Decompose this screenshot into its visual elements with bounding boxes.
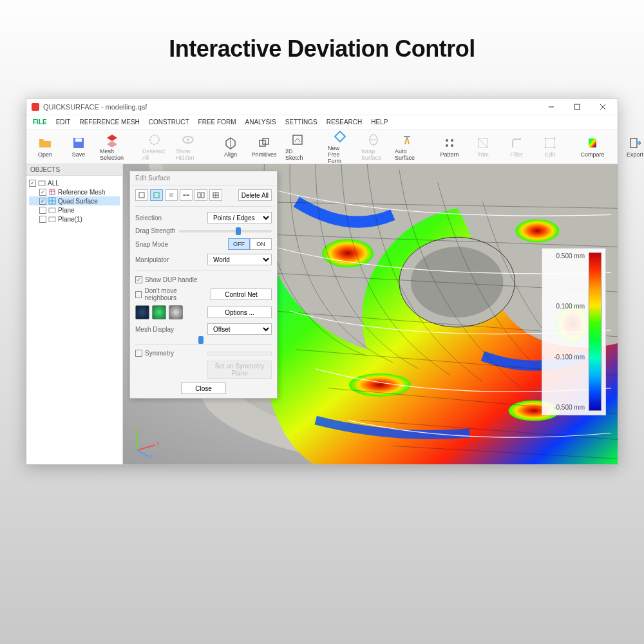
display-zebra-icon[interactable] bbox=[169, 305, 183, 319]
menu-construct[interactable]: CONSTRUCT bbox=[149, 118, 189, 126]
tree-item-plane[interactable]: Plane bbox=[29, 205, 120, 214]
tool-compare[interactable]: Compare bbox=[578, 131, 607, 162]
menu-reference-mesh[interactable]: REFERENCE MESH bbox=[79, 118, 139, 126]
tool-label: New Free Form bbox=[328, 145, 352, 164]
tree-root[interactable]: ✓ ALL bbox=[29, 178, 120, 187]
tool-label: Save bbox=[72, 151, 86, 158]
display-deviation-icon[interactable] bbox=[152, 305, 166, 319]
legend-hi: 0.100 mm bbox=[556, 303, 585, 310]
tree-item-plane-1-[interactable]: Plane(1) bbox=[29, 214, 120, 223]
checkbox-icon[interactable]: ✓ bbox=[39, 189, 46, 196]
control-net-button[interactable]: Control Net bbox=[211, 289, 272, 300]
checkbox-icon[interactable]: ✓ bbox=[39, 198, 46, 205]
legend-max: 0.500 mm bbox=[556, 252, 585, 260]
mode-point-icon[interactable] bbox=[135, 189, 148, 201]
tool-align[interactable]: Align bbox=[216, 131, 245, 162]
tool-label: Export bbox=[627, 151, 643, 158]
symmetry-checkbox[interactable]: Symmetry bbox=[135, 350, 174, 357]
delete-all-button[interactable]: Delete All bbox=[238, 189, 272, 201]
svg-line-54 bbox=[137, 445, 155, 450]
tree-item-reference-mesh[interactable]: ✓Reference Mesh bbox=[29, 187, 120, 196]
symmetry-value bbox=[207, 352, 272, 355]
tool-save[interactable]: Save bbox=[64, 131, 93, 162]
plane-icon bbox=[48, 215, 56, 223]
menu-file[interactable]: FILE bbox=[33, 118, 47, 126]
menu-help[interactable]: HELP bbox=[371, 118, 388, 126]
tool-2d-sketch[interactable]: 2D Sketch bbox=[283, 131, 312, 162]
mode-face-icon[interactable] bbox=[165, 189, 178, 201]
edit-surface-panel[interactable]: Edit Surface Delete All bbox=[129, 171, 278, 399]
mode-loop-icon[interactable] bbox=[180, 189, 193, 201]
tool-export[interactable]: Export bbox=[620, 131, 644, 162]
tool-label: Trim bbox=[477, 151, 489, 158]
mode-edge-icon[interactable] bbox=[150, 189, 163, 201]
panel-title: Edit Surface bbox=[130, 171, 277, 185]
menu-edit[interactable]: EDIT bbox=[56, 118, 71, 126]
svg-rect-5 bbox=[75, 138, 82, 142]
tool-new-free-form[interactable]: New Free Form bbox=[325, 131, 355, 162]
edit-icon bbox=[543, 136, 557, 150]
tool-pattern[interactable]: Pattern bbox=[435, 131, 464, 162]
snap-mode-toggle[interactable]: OFF ON bbox=[228, 238, 272, 250]
menu-research[interactable]: RESEARCH bbox=[327, 118, 363, 126]
checkbox-icon[interactable] bbox=[39, 207, 46, 214]
menu-analysis[interactable]: ANALYSIS bbox=[245, 118, 276, 126]
selection-select[interactable]: Points / Edges bbox=[207, 212, 272, 223]
mesh-display-select[interactable]: Offset bbox=[207, 323, 272, 335]
svg-point-6 bbox=[150, 135, 159, 144]
legend-gradient-icon bbox=[589, 252, 601, 411]
svg-point-38 bbox=[515, 219, 559, 242]
viewport-3d[interactable]: Edit Surface Delete All bbox=[123, 164, 618, 464]
manipulator-select[interactable]: World bbox=[207, 254, 272, 265]
tool-trim: Trim bbox=[468, 131, 498, 162]
checkbox-icon[interactable]: ✓ bbox=[29, 180, 36, 187]
display-shaded-icon[interactable] bbox=[135, 305, 149, 319]
close-panel-button[interactable]: Close bbox=[181, 383, 226, 394]
set-symmetry-button: Set on Symmetry Plane bbox=[207, 361, 272, 379]
snap-off-button[interactable]: OFF bbox=[228, 238, 250, 250]
svg-point-25 bbox=[554, 146, 556, 148]
grid-icon bbox=[48, 197, 56, 205]
show-dup-checkbox[interactable]: ✓Show DUP handle bbox=[135, 276, 272, 283]
tool-mesh-selection[interactable]: Mesh Selection bbox=[97, 131, 127, 162]
drag-strength-slider[interactable] bbox=[179, 230, 272, 232]
svg-rect-12 bbox=[293, 135, 302, 144]
axis-gizmo[interactable]: y x z bbox=[129, 426, 162, 458]
mode-grid-icon[interactable] bbox=[209, 189, 222, 201]
close-button[interactable] bbox=[591, 100, 615, 114]
axis-z-label: z bbox=[150, 453, 153, 458]
svg-line-20 bbox=[478, 138, 488, 147]
tool-label: Fillet bbox=[510, 151, 522, 158]
deviation-legend: 0.500 mm 0.100 mm -0.100 mm -0.500 mm bbox=[542, 248, 606, 415]
checkbox-icon[interactable] bbox=[39, 216, 46, 223]
mesh-display-label: Mesh Display bbox=[135, 326, 174, 333]
menu-free-form[interactable]: FREE FORM bbox=[198, 118, 236, 126]
snap-on-button[interactable]: ON bbox=[250, 238, 272, 250]
tree-item-label: Plane(1) bbox=[58, 216, 82, 223]
menu-settings[interactable]: SETTINGS bbox=[285, 118, 317, 126]
titlebar: QUICKSURFACE - modelling.qsf bbox=[26, 99, 618, 115]
svg-point-8 bbox=[187, 138, 189, 141]
tool-label: Open bbox=[38, 151, 52, 158]
maximize-button[interactable] bbox=[565, 100, 589, 114]
app-logo-icon bbox=[32, 103, 39, 111]
tool-label: Mesh Selection bbox=[100, 148, 124, 161]
tool-primitives[interactable]: Primitives bbox=[249, 131, 279, 162]
tree-item-quad-surface[interactable]: ✓Quad Surface bbox=[29, 196, 120, 205]
dont-move-checkbox[interactable]: Don't move neighbours bbox=[135, 287, 207, 301]
tool-label: Auto Surface bbox=[395, 148, 419, 161]
close-icon bbox=[600, 104, 606, 110]
svg-point-39 bbox=[349, 374, 411, 397]
tool-label: Pattern bbox=[440, 151, 459, 158]
minimize-button[interactable] bbox=[539, 100, 564, 114]
tool-auto-surface[interactable]: Auto Surface bbox=[392, 131, 422, 162]
svg-rect-1 bbox=[574, 104, 580, 109]
tree-item-label: Quad Surface bbox=[58, 198, 98, 205]
plane-icon bbox=[48, 206, 56, 214]
mode-ring-icon[interactable] bbox=[194, 189, 207, 201]
tool-open[interactable]: Open bbox=[30, 131, 60, 162]
hero-title: Interactive Deviation Control bbox=[169, 35, 475, 62]
svg-rect-32 bbox=[49, 208, 55, 213]
options-button[interactable]: Options ... bbox=[207, 307, 272, 318]
svg-point-37 bbox=[322, 239, 374, 267]
